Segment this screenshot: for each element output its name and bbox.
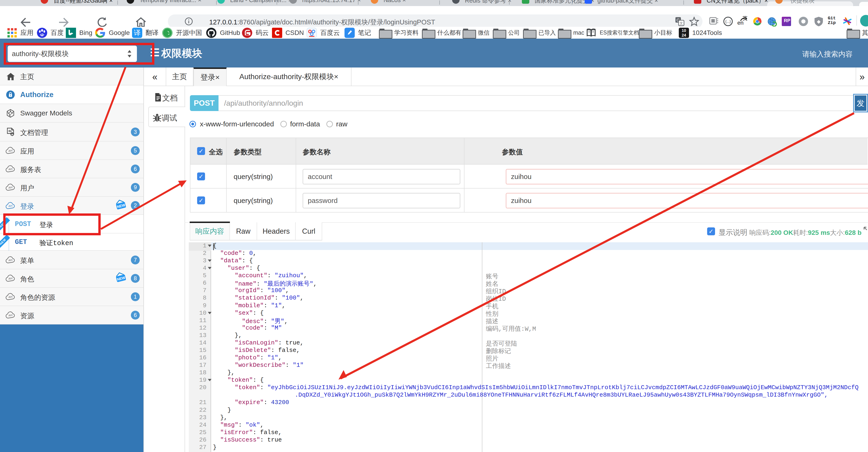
svg-text:du: du [40, 33, 44, 36]
svg-text:{...}: {...} [725, 20, 731, 24]
svg-text:API: API [8, 205, 12, 207]
svg-text:API: API [8, 259, 12, 262]
svg-text:API: API [8, 168, 12, 171]
svg-text:API: API [8, 277, 12, 280]
svg-text:文: 文 [680, 21, 683, 25]
svg-text:API: API [8, 149, 12, 152]
svg-text:API: API [8, 186, 12, 189]
svg-text:API: API [8, 295, 12, 299]
svg-text:API: API [8, 314, 12, 317]
